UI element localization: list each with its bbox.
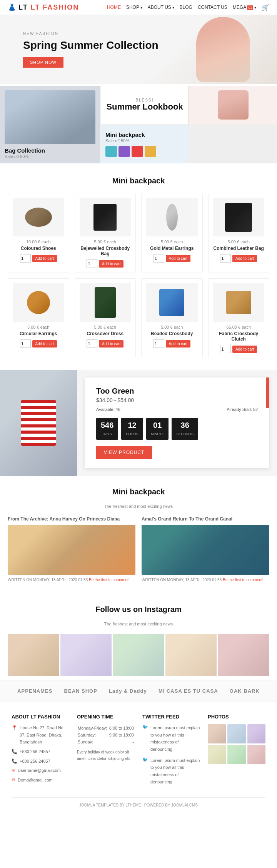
product-name: Beaded Crossbody [146, 331, 198, 336]
product-name: Gold Metal Earrings [146, 246, 198, 251]
add-to-cart-button[interactable]: Add to cart [32, 255, 57, 262]
timer-hours: 12 Hours [121, 418, 143, 440]
day-label: Saturday: [78, 732, 108, 738]
blog-grid: From The Archive: Anna Harvey On Princes… [8, 516, 269, 582]
qty-input[interactable] [154, 254, 164, 263]
footer-photo[interactable] [247, 724, 265, 743]
footer-photos-title: PHOTOS [208, 714, 265, 720]
bag-collection-banner[interactable]: Bag Collection Sale off 50% [0, 86, 100, 163]
product-price: 10.00 € each [13, 239, 64, 244]
timer-minutes-label: Minute [151, 432, 164, 436]
nav-mega[interactable]: MEGA01 [233, 5, 256, 10]
instagram-item[interactable] [165, 634, 217, 676]
mini-backpack-banner[interactable]: Mini backpack Sale off 50% [101, 125, 189, 163]
product-card: 65.00 € each Fabric Crossbody Clutch Add… [208, 278, 270, 358]
backpack-color-1 [105, 146, 117, 157]
nav-shop[interactable]: SHOP [126, 5, 142, 10]
crossbody-figure [159, 289, 184, 316]
product-name: Fabric Crossbody Clutch [213, 331, 265, 342]
qty-input[interactable] [154, 339, 164, 348]
qty-input[interactable] [20, 254, 31, 263]
footer-photo[interactable] [247, 745, 265, 764]
product-image-clutch [213, 283, 265, 322]
nav-about[interactable]: ABOUT US [148, 5, 174, 10]
instagram-item[interactable] [8, 634, 59, 676]
footer-photo[interactable] [208, 724, 226, 743]
nav-home[interactable]: HOME [107, 5, 121, 10]
blog-post-title: From The Archive: Anna Harvey On Princes… [8, 516, 135, 522]
brand-appenames: APPENAMES [17, 688, 52, 694]
backpack-figure [225, 203, 252, 232]
product-name: Bejewelled Crossbody Bag [80, 246, 131, 256]
blog-card-1: From The Archive: Anna Harvey On Princes… [8, 516, 135, 582]
footer-phone1-row: 📞 +880 258 24857 [12, 748, 69, 755]
instagram-title: Follow us on Instagram [8, 605, 269, 614]
product-footer: Add to cart [13, 254, 64, 263]
add-to-cart-button[interactable]: Add to cart [32, 340, 57, 348]
countdown-content: Too Green $34.00 - $54.00 Available: 48 … [85, 377, 269, 468]
instagram-item[interactable] [113, 634, 164, 676]
footer-about-title: ABOUT LT FASHION [12, 714, 69, 720]
qty-input[interactable] [87, 259, 97, 268]
nav-blog[interactable]: BLOG [180, 5, 192, 10]
product-image-shoes [13, 198, 64, 236]
hero-section: NEW FASHION Spring Summer Collection SHO… [0, 15, 277, 84]
add-to-cart-button[interactable]: Add to cart [232, 255, 257, 262]
footer-photo[interactable] [227, 724, 245, 743]
add-to-cart-button[interactable]: Add to cart [166, 255, 190, 262]
product-footer: Add to cart [213, 254, 265, 263]
opening-table: Monday-Friday: 8:00 to 18:00 Saturday: 9… [77, 724, 135, 746]
product-footer: Add to cart [146, 254, 198, 263]
instagram-item[interactable] [60, 634, 112, 676]
earrings-image [218, 90, 249, 120]
qty-input[interactable] [220, 345, 231, 353]
email-icon: ✉ [12, 777, 15, 783]
hero-person [196, 17, 250, 82]
timer-minutes: 01 Minute [146, 418, 169, 440]
add-to-cart-button[interactable]: Add to cart [99, 340, 123, 348]
blog-comment[interactable]: Be the first to comment! [223, 578, 264, 582]
summer-lookbook-banner[interactable]: BLESSI Summer Lookbook [101, 86, 189, 124]
hero-title: Spring Summer Collection [23, 39, 159, 52]
product-price: 5.00 € each [13, 325, 64, 329]
countdown-title: Too Green [96, 387, 258, 396]
product-card: 5.00 € each Gold Metal Earrings Add to c… [141, 193, 203, 273]
logo[interactable]: 👗 LT LT FASHION [8, 3, 79, 12]
footer-photo[interactable] [208, 745, 226, 764]
add-to-cart-button[interactable]: Add to cart [166, 340, 190, 348]
qty-input[interactable] [20, 339, 31, 348]
hero-content: NEW FASHION Spring Summer Collection SHO… [23, 32, 159, 68]
qty-input[interactable] [220, 254, 231, 263]
nav-contact[interactable]: CONTACT US [198, 5, 227, 10]
product-image-earrings [146, 198, 198, 236]
site-header: 👗 LT LT FASHION HOME SHOP ABOUT US BLOG … [0, 0, 277, 15]
product-name: Combined Leather Bag [213, 246, 265, 251]
qty-input[interactable] [87, 339, 97, 348]
footer-address-row: 📍 House No 27, Road No 07, East Road, Dh… [12, 724, 69, 746]
earrings-banner[interactable] [189, 86, 277, 124]
backpack-color-4 [145, 146, 156, 157]
product-footer: Add to cart [13, 339, 64, 348]
footer-photo[interactable] [227, 745, 245, 764]
blog-comment[interactable]: Be the first to comment! [89, 578, 130, 582]
instagram-item[interactable] [218, 634, 269, 676]
bag-collection-sub: Sale off 50% [5, 154, 95, 159]
blog-image-1[interactable] [8, 525, 135, 575]
phone-icon: 📞 [12, 749, 17, 754]
add-to-cart-button[interactable]: Add to cart [99, 260, 123, 268]
blog-image-content-1 [8, 525, 135, 575]
nav-cart[interactable]: 🛒 [262, 4, 269, 11]
view-product-button[interactable]: VIEW PRODUCT [96, 446, 152, 459]
backpack-color-3 [132, 146, 143, 157]
shop-now-button[interactable]: SHOP NOW [23, 57, 63, 68]
tweet-text: Lorem ipsum must explain to you how all … [150, 757, 200, 786]
product-card: 10.00 € each Coloured Shoes Add to cart [8, 193, 69, 273]
products-grid: 10.00 € each Coloured Shoes Add to cart … [8, 193, 269, 358]
mini-backpack-title: Mini backpack [105, 131, 145, 138]
blog-image-2[interactable] [142, 525, 269, 575]
dress-figure [95, 287, 116, 318]
brand-mi-casa: MI CASA ES TU CASA [159, 688, 218, 694]
brands-section: APPENAMES BEAN SHOP Lady & Daddy MI CASA… [0, 680, 277, 702]
add-to-cart-button[interactable]: Add to cart [232, 346, 257, 353]
mini-backpack-image [105, 146, 156, 157]
